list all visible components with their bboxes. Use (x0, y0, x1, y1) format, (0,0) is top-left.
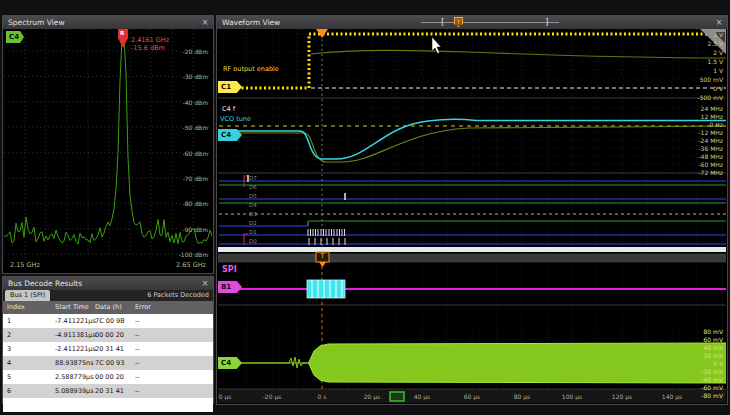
table-cell: -4.911381µs (55, 328, 96, 342)
table-row[interactable]: 52.588779µs00 00 20-- (3, 370, 213, 384)
table-cell: 5 (7, 370, 11, 384)
table-cell: 00 00 20 (95, 328, 124, 342)
rf-scale-label: 0 V (713, 360, 723, 367)
vco-math-label: C4 f (222, 106, 235, 113)
trigger-badge-pointer (319, 262, 326, 267)
scrollbar-left-bracket[interactable]: [ (441, 17, 445, 28)
table-cell: 6 (7, 384, 11, 398)
digital-channel-label: D6 (249, 184, 257, 190)
scrollbar-right-bracket[interactable]: ] (545, 17, 549, 28)
spectrum-titlebar[interactable]: Spectrum View × (3, 16, 213, 29)
time-axis-label: 60 µs (457, 393, 487, 400)
time-axis-label: -40 µs (218, 393, 237, 400)
column-header: Data (h) (95, 301, 122, 314)
table-row[interactable]: 3-2.411221µs20 31 41-- (3, 342, 213, 356)
ch1-scale-label: 1.5 V (707, 58, 723, 65)
bus-decode-panel: Bus Decode Results × Bus 1 (SPI) 6 Packe… (2, 276, 214, 404)
trigger-band (218, 254, 726, 262)
waveform-plot[interactable]: RF output enable C1 C4 f VCO tune C4 SPI… (218, 29, 726, 403)
table-cell: 7C 00 9B (95, 314, 125, 328)
tab-bus1-spi[interactable]: Bus 1 (SPI) (5, 290, 50, 301)
digital-channel-label: D3 (249, 211, 257, 217)
waveform-close-icon[interactable]: × (714, 16, 724, 29)
scrollbar-trigger-marker[interactable]: T (454, 17, 463, 27)
decode-table-header: IndexStart TimeData (h)Error (3, 301, 213, 314)
time-axis-label: 20 µs (357, 393, 387, 400)
spectrum-trace-svg (4, 29, 212, 272)
digital-channel-label: D4 (249, 202, 257, 208)
digital-channel-label: D2 (249, 220, 257, 226)
oscilloscope-app: Spectrum View × R 2.4161 GHz -15.6 dBm C… (0, 0, 730, 415)
rf-envelope-trace[interactable] (309, 343, 726, 383)
ch1-scale-label: 2 V (713, 49, 723, 56)
freq-axis-start: 2.15 GHz (10, 262, 40, 269)
digital-channel-label: D1 (249, 229, 257, 235)
spi-decoded-packets[interactable] (307, 280, 345, 298)
white-band (218, 247, 726, 252)
table-cell: 1 (7, 314, 11, 328)
digital-channel-label: D5 (249, 193, 257, 199)
time-axis-label: -20 µs (257, 393, 287, 400)
bus-decode-titlebar[interactable]: Bus Decode Results × (3, 277, 213, 290)
table-cell: 2 (7, 328, 11, 342)
ch1-scale-label: -500 mV (698, 94, 723, 101)
waveform-view-panel: Waveform View [ ] T × (216, 15, 728, 405)
table-cell: 00 00 20 (95, 370, 124, 384)
rf-scale-label: 80 mV (704, 328, 724, 335)
spectrum-plot[interactable]: R 2.4161 GHz -15.6 dBm C4 2.15 GHz 2.65 … (4, 29, 212, 272)
rf-scale-label: 60 mV (704, 336, 724, 343)
spectrum-y-axis-label: -80 dBm (183, 200, 208, 207)
vco-scale-label: 24 MHz (701, 105, 723, 112)
vco-tune-label: VCO tune (220, 116, 251, 123)
spectrum-y-axis-label: -30 dBm (183, 73, 208, 80)
vco-scale-label: -12 MHz (698, 129, 723, 136)
rf-scale-label: -60 mV (701, 384, 723, 391)
table-row[interactable]: 488.93875ns7C 00 93-- (3, 356, 213, 370)
table-cell: -- (135, 314, 140, 328)
spectrum-y-axis-label: -50 dBm (183, 124, 208, 131)
table-cell: -- (135, 370, 140, 384)
trigger-indicator-icon[interactable] (316, 29, 328, 38)
bus-tab-row: Bus 1 (SPI) 6 Packets Decoded (3, 290, 213, 301)
table-cell: -7.411221µs (55, 314, 96, 328)
digital-channel-label: D0 (249, 238, 257, 244)
bus-decode-close-icon[interactable]: × (200, 277, 210, 290)
table-cell: 5.088939µs (55, 384, 94, 398)
packets-decoded-status: 6 Packets Decoded (147, 290, 209, 301)
freq-axis-end: 2.65 GHz (176, 262, 206, 269)
table-row[interactable]: 1-7.411221µs7C 00 9B-- (3, 314, 213, 328)
table-row[interactable]: 2-4.911381µs00 00 20-- (3, 328, 213, 342)
spectrum-y-axis-label: -70 dBm (183, 175, 208, 182)
digital-channel-label: D7 (249, 175, 257, 181)
table-cell: 2.588779µs (55, 370, 94, 384)
ch1-scale-label: 1 V (713, 67, 723, 74)
table-cell: 20 31 41 (95, 384, 124, 398)
vco-scale-label: 0 Hz (710, 121, 723, 128)
column-header: Index (7, 301, 25, 314)
vco-scale-label: -24 MHz (698, 137, 723, 144)
vco-scale-label: -72 MHz (698, 169, 723, 176)
vco-scale-label: -60 MHz (698, 161, 723, 168)
ch1-scale-label: 3 V (713, 31, 723, 38)
ch1-scale-label: 0 V (713, 85, 723, 92)
waveform-title: Waveform View (222, 18, 280, 27)
spectrum-y-axis-label: -40 dBm (183, 99, 208, 106)
spectrum-close-icon[interactable]: × (200, 16, 210, 29)
time-axis-label: 0 s (307, 393, 337, 400)
axis-nav-marker[interactable] (390, 392, 404, 401)
rf-burst-blip (289, 357, 303, 368)
table-cell: 3 (7, 342, 11, 356)
rf-scale-label: 20 mV (704, 352, 724, 359)
column-header: Start Time (55, 301, 89, 314)
rf-scale-label: -40 mV (701, 376, 723, 383)
spectrum-y-axis-label: -90 dBm (183, 226, 208, 233)
table-row[interactable]: 65.088939µs20 31 41-- (3, 384, 213, 398)
peak-marker-label: R (120, 31, 124, 37)
peak-marker-icon[interactable] (118, 38, 128, 48)
waveform-titlebar[interactable]: Waveform View [ ] T × (217, 16, 727, 29)
time-axis-label: 40 µs (407, 393, 437, 400)
spectrum-y-axis-label: -60 dBm (183, 150, 208, 157)
spectrum-y-axis-label: -20 dBm (183, 48, 208, 55)
table-cell: -- (135, 328, 140, 342)
spectrum-title: Spectrum View (8, 18, 65, 27)
